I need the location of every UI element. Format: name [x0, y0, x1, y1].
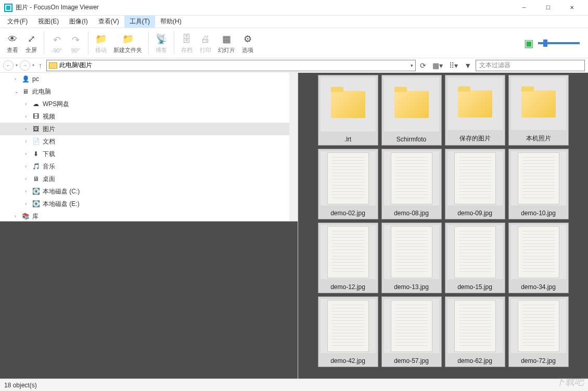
eye-icon: 👁: [8, 32, 17, 46]
refresh-button[interactable]: ⟳: [418, 61, 428, 70]
tree-item-label: 桌面: [43, 175, 55, 184]
tool-fullscreen-label: 全屏: [25, 46, 37, 54]
chevron-down-icon[interactable]: ▾: [16, 63, 18, 68]
tree-item-label: 库: [32, 212, 39, 221]
zoom-slider-group: ▣: [524, 37, 585, 49]
tool-blog[interactable]: 📡博客: [152, 30, 171, 56]
thumbnail-mode-icon[interactable]: ▣: [524, 37, 534, 49]
preview-pane: [0, 221, 298, 379]
rotate-right-icon: ↷: [72, 33, 80, 47]
folder-icon: [49, 62, 57, 69]
tool-print[interactable]: 🖨打印: [196, 30, 215, 56]
tool-view[interactable]: 👁查看: [3, 30, 22, 56]
tree-arrow-icon[interactable]: ›: [15, 214, 21, 219]
tree-arrow-icon[interactable]: ›: [25, 139, 31, 144]
tool-rotate-right[interactable]: ↷90°: [66, 30, 85, 56]
thumbnail-item[interactable]: demo-12.jpg: [318, 223, 378, 293]
nav-back-button[interactable]: ←: [3, 60, 14, 71]
nav-forward-button[interactable]: →: [20, 60, 30, 71]
tree-arrow-icon[interactable]: ›: [25, 114, 31, 119]
tree-item[interactable]: ›🎞视频: [0, 110, 298, 123]
tool-move[interactable]: 📁移动: [92, 30, 110, 56]
thumbnail-item[interactable]: demo-02.jpg: [318, 149, 378, 219]
tree-item[interactable]: ›💽本地磁盘 (E:): [0, 198, 298, 210]
path-input[interactable]: 此电脑\图片 ▾: [46, 60, 416, 71]
thumbnail-pane[interactable]: .lrtSchirmfoto保存的图片本机照片demo-02.jpgdemo-0…: [298, 73, 588, 379]
menu-image[interactable]: 图像(I): [64, 16, 93, 28]
scrollbar[interactable]: [289, 73, 298, 221]
tree-item[interactable]: ›👤pc: [0, 73, 298, 85]
thumbnail-item[interactable]: demo-34.jpg: [508, 223, 569, 293]
tree-arrow-icon[interactable]: ›: [25, 126, 31, 132]
tool-new-folder[interactable]: 📁新建文件夹: [110, 30, 145, 56]
toolbar: 👁查看 ⤢全屏 ↶-90° ↷90° 📁移动 📁新建文件夹 📡博客 🗄存档 🖨打…: [0, 28, 588, 58]
thumbnail-label: demo-57.jpg: [382, 355, 441, 367]
menu-look[interactable]: 查看(V): [93, 16, 124, 28]
tool-archive[interactable]: 🗄存档: [177, 30, 196, 56]
thumbnail-item[interactable]: demo-72.jpg: [508, 296, 569, 367]
thumbnail-image: [448, 151, 503, 205]
tree-item[interactable]: ›🎵音乐: [0, 160, 298, 173]
chevron-down-icon[interactable]: ▾: [32, 63, 34, 68]
content-area: ›👤pc⌄🖥此电脑›☁WPS网盘›🎞视频›🖼图片›📄文档›⬇下载›🎵音乐›🖥桌面…: [0, 73, 588, 379]
zoom-slider-thumb[interactable]: [543, 40, 547, 47]
tree-item[interactable]: ⌄🖥此电脑: [0, 85, 298, 98]
tree-arrow-icon[interactable]: ›: [25, 101, 31, 107]
window-controls: ─ ☐ ✕: [512, 0, 584, 16]
thumbnail-item[interactable]: 保存的图片: [445, 75, 505, 146]
tree-item[interactable]: ›💽本地磁盘 (C:): [0, 185, 298, 198]
tree-arrow-icon[interactable]: ⌄: [15, 89, 21, 94]
tree-arrow-icon[interactable]: ›: [25, 201, 31, 206]
menu-view[interactable]: 视图(E): [33, 16, 64, 28]
tree-item-label: 此电脑: [32, 87, 51, 96]
folder-tree[interactable]: ›👤pc⌄🖥此电脑›☁WPS网盘›🎞视频›🖼图片›📄文档›⬇下载›🎵音乐›🖥桌面…: [0, 73, 298, 221]
thumbnail-item[interactable]: demo-42.jpg: [318, 296, 378, 367]
view-group-button[interactable]: ⠿▾: [447, 61, 460, 70]
chevron-down-icon[interactable]: ▾: [411, 63, 413, 68]
nav-up-button[interactable]: ↑: [36, 61, 44, 70]
menu-help[interactable]: 帮助(H): [155, 16, 187, 28]
expand-icon: ⤢: [28, 32, 35, 46]
tree-item[interactable]: ›☁WPS网盘: [0, 98, 298, 110]
thumbnail-item[interactable]: demo-08.jpg: [381, 149, 442, 219]
filter-button[interactable]: ▼: [462, 61, 474, 70]
tree-arrow-icon[interactable]: ›: [15, 76, 21, 82]
filter-input[interactable]: 文本过滤器: [476, 60, 585, 71]
zoom-slider[interactable]: [538, 42, 580, 44]
minimize-button[interactable]: ─: [512, 0, 536, 16]
thumbnail-item[interactable]: demo-09.jpg: [445, 149, 505, 219]
tool-archive-label: 存档: [181, 46, 193, 54]
tree-arrow-icon[interactable]: ›: [25, 189, 31, 194]
thumbnail-image: [321, 225, 376, 279]
thumbnail-item[interactable]: .lrt: [318, 75, 378, 146]
thumbnail-item[interactable]: demo-10.jpg: [508, 149, 569, 219]
thumbnail-label: demo-13.jpg: [382, 281, 441, 293]
tree-item-label: 本地磁盘 (E:): [43, 200, 80, 208]
tool-rotate-left[interactable]: ↶-90°: [47, 30, 66, 56]
tree-arrow-icon[interactable]: ›: [25, 164, 31, 169]
menu-file[interactable]: 文件(F): [2, 16, 33, 28]
thumbnail-item[interactable]: 本机照片: [508, 75, 569, 146]
tree-item[interactable]: ›🖥桌面: [0, 173, 298, 185]
tool-slideshow[interactable]: ▦幻灯片: [215, 30, 238, 56]
thumbnail-item[interactable]: demo-62.jpg: [445, 296, 505, 367]
menu-tools[interactable]: 工具(T): [124, 16, 155, 28]
tree-item[interactable]: ›🖼图片: [0, 123, 298, 135]
thumbnail-item[interactable]: demo-15.jpg: [445, 223, 505, 293]
thumbnail-item[interactable]: Schirmfoto: [381, 75, 442, 146]
thumbnail-item[interactable]: demo-57.jpg: [381, 296, 442, 367]
thumbnail-label: demo-42.jpg: [318, 355, 378, 367]
tree-item[interactable]: ›📚库: [0, 210, 298, 221]
maximize-button[interactable]: ☐: [536, 0, 560, 16]
tool-fullscreen[interactable]: ⤢全屏: [22, 30, 41, 56]
thumbnail-item[interactable]: demo-13.jpg: [381, 223, 442, 293]
view-grid-button[interactable]: ▦▾: [430, 61, 445, 70]
tree-item[interactable]: ›📄文档: [0, 135, 298, 148]
tree-item[interactable]: ›⬇下载: [0, 148, 298, 160]
close-button[interactable]: ✕: [560, 0, 584, 16]
tool-options[interactable]: ⚙选项: [238, 30, 257, 56]
tree-arrow-icon[interactable]: ›: [25, 151, 31, 157]
tree-arrow-icon[interactable]: ›: [25, 176, 31, 181]
filter-placeholder: 文本过滤器: [479, 61, 510, 70]
tree-item-label: WPS网盘: [43, 100, 69, 109]
